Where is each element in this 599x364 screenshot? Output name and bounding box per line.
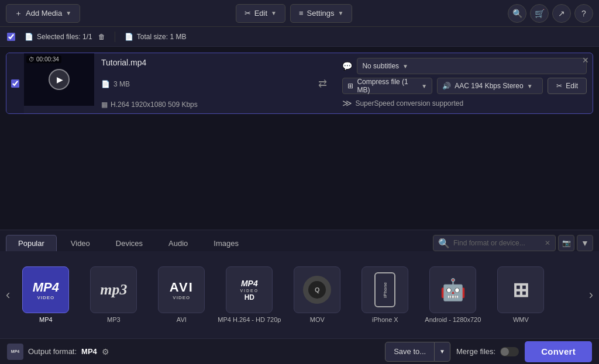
- edit-chevron: ▼: [271, 10, 277, 16]
- file-card: ⏱ 00:00:34 ▶ Tutorial.mp4 📄 3 MB ▦ H.264…: [6, 53, 593, 114]
- play-button[interactable]: ▶: [49, 69, 70, 90]
- compress-icon: ⊞: [347, 82, 353, 90]
- size-icon: 📄: [101, 80, 110, 88]
- format-item-iphonex[interactable]: iPhone iPhone X: [353, 266, 417, 323]
- codec-icon: ▦: [101, 100, 108, 109]
- prev-formats-button[interactable]: ‹: [2, 256, 13, 334]
- format-item-android[interactable]: 🤖 Android - 1280x720: [421, 266, 485, 323]
- clock-icon: ⏱: [29, 56, 35, 63]
- format-icon-android: 🤖: [429, 266, 476, 313]
- format-label-android: Android - 1280x720: [425, 316, 481, 323]
- screenshot-button[interactable]: 📷: [558, 235, 574, 251]
- main-content: ⏱ 00:00:34 ▶ Tutorial.mp4 📄 3 MB ▦ H.264…: [0, 47, 599, 230]
- edit-icon: ✂: [556, 82, 562, 90]
- format-icon-mp4hd: MP4 VIDEO HD: [226, 266, 273, 313]
- format-icon-mov: Q: [294, 266, 340, 313]
- search-clear-icon[interactable]: ✕: [545, 239, 550, 247]
- add-media-button[interactable]: ＋ Add Media ▼: [6, 4, 80, 23]
- cart-button[interactable]: 🛒: [530, 4, 549, 23]
- tab-images[interactable]: Images: [202, 235, 250, 251]
- file-thumbnail: ⏱ 00:00:34 ▶: [24, 53, 94, 106]
- tab-video[interactable]: Video: [59, 235, 102, 251]
- thumb-time: ⏱ 00:00:34: [26, 56, 61, 63]
- compress-dropdown[interactable]: ⊞ Compress file (1 MB) ▼: [342, 78, 432, 94]
- format-grid-container: ‹ MP4 VIDEO MP4 mp3 MP3: [0, 251, 599, 338]
- settings-chevron: ▼: [338, 10, 344, 16]
- convert-button[interactable]: Convert: [525, 341, 592, 362]
- close-card-button[interactable]: ✕: [582, 56, 589, 65]
- format-icon-iphonex: iPhone: [362, 266, 408, 313]
- format-item-avi[interactable]: AVI VIDEO AVI: [149, 266, 214, 323]
- save-to-button[interactable]: Save to...: [385, 342, 435, 362]
- next-formats-button[interactable]: ›: [586, 256, 597, 334]
- audio-value: AAC 194 Kbps Stereo: [455, 82, 523, 90]
- format-label-mp4hd: MP4 H.264 - HD 720p: [218, 316, 281, 323]
- android-logo: 🤖: [440, 278, 466, 302]
- format-item-mp4hd[interactable]: MP4 VIDEO HD MP4 H.264 - HD 720p: [217, 266, 281, 323]
- format-item-mp4[interactable]: MP4 VIDEO MP4: [13, 266, 78, 323]
- format-item-mov[interactable]: Q MOV: [285, 266, 349, 323]
- file-name-row: Tutorial.mp4: [101, 58, 302, 67]
- delete-icon[interactable]: 🗑: [98, 33, 105, 41]
- superspeed-icon: ≫: [342, 98, 352, 109]
- file-bar: 📄 Selected files: 1/1 🗑 📄 Total size: 1 …: [0, 27, 599, 47]
- format-item-mp3[interactable]: mp3 MP3: [81, 266, 146, 323]
- format-grid: MP4 VIDEO MP4 mp3 MP3 AVI VIDEO: [13, 266, 585, 323]
- file-info: Tutorial.mp4 📄 3 MB ▦ H.264 1920x1080 50…: [94, 53, 309, 113]
- selected-files-label: 📄 Selected files: 1/1 🗑: [25, 33, 105, 41]
- output-format-icon: MP4: [7, 344, 23, 360]
- convert-arrow-icon: ⇄: [318, 77, 327, 90]
- share-button[interactable]: ↗: [552, 4, 571, 23]
- format-icon-avi: AVI VIDEO: [158, 266, 205, 313]
- toolbar: ＋ Add Media ▼ ✂ Edit ▼ ≡ Settings ▼ 🔍 🛒 …: [0, 0, 599, 27]
- file-size: 3 MB: [113, 80, 130, 88]
- tab-devices[interactable]: Devices: [104, 235, 154, 251]
- search-button[interactable]: 🔍: [508, 4, 526, 23]
- plus-icon: ＋: [15, 8, 22, 19]
- subtitles-dropdown[interactable]: No subtitles ▼: [357, 58, 587, 74]
- files-icon: 📄: [25, 33, 33, 41]
- format-item-wmv[interactable]: ⊞ WMV: [488, 266, 553, 323]
- output-format-value: MP4: [81, 347, 97, 356]
- format-icon-mp3: mp3: [90, 266, 137, 313]
- file-codec: ▦ H.264 1920x1080 509 Kbps: [101, 100, 302, 109]
- format-icon-mp4: MP4 VIDEO: [22, 266, 69, 313]
- output-settings-icon[interactable]: ⚙: [102, 347, 109, 356]
- save-to-group: Save to... ▼: [385, 342, 450, 362]
- expand-panel-button[interactable]: ▼: [577, 235, 593, 251]
- format-label-avi: AVI: [177, 316, 187, 323]
- tab-audio[interactable]: Audio: [157, 235, 199, 251]
- settings-button[interactable]: ≡ Settings ▼: [290, 4, 352, 23]
- subtitle-icon: 💬: [342, 61, 352, 71]
- compress-value: Compress file (1 MB): [357, 78, 418, 94]
- edit-button[interactable]: ✂ Edit ▼: [236, 4, 285, 23]
- save-to-dropdown-button[interactable]: ▼: [435, 342, 450, 362]
- audio-dropdown[interactable]: 🔊 AAC 194 Kbps Stereo ▼: [437, 78, 543, 94]
- status-bar: MP4 Output format: MP4 ⚙ Save to... ▼ Me…: [0, 338, 599, 364]
- format-tabs: Popular Video Devices Audio Images 🔍 ✕ 📷…: [0, 230, 599, 251]
- total-size-label: 📄 Total size: 1 MB: [125, 33, 187, 41]
- format-label-mov: MOV: [310, 316, 325, 323]
- format-label-wmv: WMV: [513, 316, 529, 323]
- codec-info: H.264 1920x1080 509 Kbps: [111, 100, 198, 109]
- superspeed-row: ≫ SuperSpeed conversion supported: [342, 98, 587, 109]
- select-all-checkbox[interactable]: [7, 33, 15, 41]
- output-format-label: Output format:: [28, 347, 77, 356]
- windows-logo: ⊞: [512, 278, 529, 301]
- file-edit-button[interactable]: ✂ Edit: [548, 78, 587, 94]
- add-media-chevron: ▼: [66, 10, 71, 16]
- play-icon: ▶: [57, 75, 63, 84]
- compress-arrow: ▼: [421, 83, 427, 89]
- format-search-input[interactable]: [453, 239, 541, 247]
- file-card-checkbox-area: [6, 53, 24, 113]
- divider: [115, 32, 115, 42]
- tab-popular[interactable]: Popular: [6, 235, 57, 251]
- format-icon-wmv: ⊞: [497, 266, 544, 313]
- merge-toggle[interactable]: [500, 347, 519, 356]
- subtitles-arrow: ▼: [402, 63, 408, 70]
- compress-row: ⊞ Compress file (1 MB) ▼ 🔊 AAC 194 Kbps …: [342, 78, 587, 94]
- toggle-knob: [501, 348, 509, 356]
- format-search-box[interactable]: 🔍 ✕: [433, 235, 556, 251]
- help-button[interactable]: ?: [574, 4, 593, 23]
- file-card-checkbox[interactable]: [11, 79, 19, 88]
